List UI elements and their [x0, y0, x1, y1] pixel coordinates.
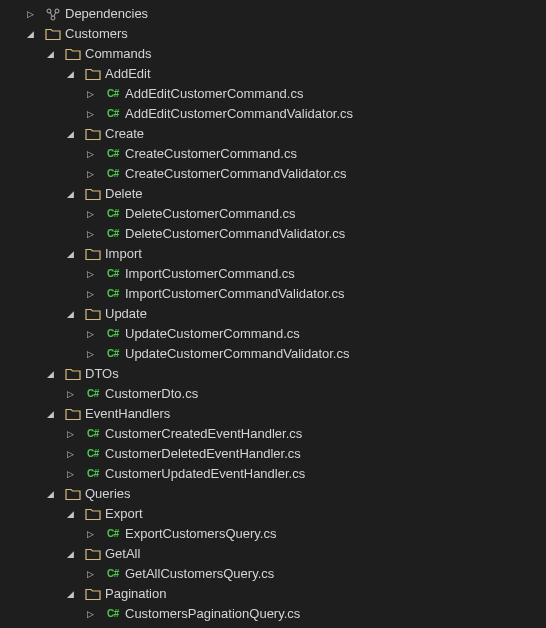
tree-item-label: DeleteCustomerCommandValidator.cs — [125, 224, 345, 244]
chevron-right-icon[interactable]: ▷ — [84, 144, 96, 164]
solution-explorer-tree: ▷Dependencies◢Customers◢Commands◢AddEdit… — [0, 4, 546, 624]
tree-item[interactable]: ◢DTOs — [0, 364, 546, 384]
folder-icon — [44, 27, 62, 41]
chevron-down-icon[interactable]: ◢ — [64, 544, 76, 564]
chevron-right-icon[interactable]: ▷ — [84, 164, 96, 184]
tree-item[interactable]: ▷C#CustomerUpdatedEventHandler.cs — [0, 464, 546, 484]
tree-item-label: Create — [105, 124, 144, 144]
tree-item[interactable]: ▷C#CustomerDto.cs — [0, 384, 546, 404]
chevron-down-icon[interactable]: ◢ — [64, 124, 76, 144]
chevron-right-icon[interactable]: ▷ — [84, 344, 96, 364]
tree-item[interactable]: ▷C#CreateCustomerCommandValidator.cs — [0, 164, 546, 184]
tree-item[interactable]: ▷C#UpdateCustomerCommand.cs — [0, 324, 546, 344]
tree-item[interactable]: ▷C#GetAllCustomersQuery.cs — [0, 564, 546, 584]
tree-item-label: Dependencies — [65, 4, 148, 24]
tree-item[interactable]: ◢Commands — [0, 44, 546, 64]
chevron-right-icon[interactable]: ▷ — [24, 4, 36, 24]
chevron-down-icon[interactable]: ◢ — [24, 24, 36, 44]
tree-item[interactable]: ▷C#AddEditCustomerCommand.cs — [0, 84, 546, 104]
folder-icon — [84, 507, 102, 521]
csharp-file-icon: C# — [84, 444, 102, 464]
chevron-right-icon[interactable]: ▷ — [84, 224, 96, 244]
tree-item-label: CreateCustomerCommand.cs — [125, 144, 297, 164]
tree-item-label: Customers — [65, 24, 128, 44]
chevron-right-icon[interactable]: ▷ — [84, 84, 96, 104]
tree-item-label: Pagination — [105, 584, 166, 604]
tree-item[interactable]: ◢Delete — [0, 184, 546, 204]
chevron-right-icon[interactable]: ▷ — [64, 424, 76, 444]
tree-item-label: Delete — [105, 184, 143, 204]
tree-item-label: CustomerCreatedEventHandler.cs — [105, 424, 302, 444]
tree-item[interactable]: ◢Customers — [0, 24, 546, 44]
chevron-right-icon[interactable]: ▷ — [64, 384, 76, 404]
chevron-right-icon[interactable]: ▷ — [84, 324, 96, 344]
folder-icon — [84, 187, 102, 201]
chevron-right-icon[interactable]: ▷ — [84, 284, 96, 304]
svg-line-4 — [54, 12, 56, 16]
tree-item[interactable]: ◢Pagination — [0, 584, 546, 604]
chevron-down-icon[interactable]: ◢ — [44, 364, 56, 384]
tree-item[interactable]: ▷C#CreateCustomerCommand.cs — [0, 144, 546, 164]
tree-item[interactable]: ▷C#UpdateCustomerCommandValidator.cs — [0, 344, 546, 364]
chevron-down-icon[interactable]: ◢ — [64, 584, 76, 604]
tree-item[interactable]: ▷C#CustomerCreatedEventHandler.cs — [0, 424, 546, 444]
csharp-file-icon: C# — [104, 564, 122, 584]
tree-item-label: Update — [105, 304, 147, 324]
tree-item[interactable]: ▷C#AddEditCustomerCommandValidator.cs — [0, 104, 546, 124]
csharp-file-icon: C# — [104, 84, 122, 104]
chevron-down-icon[interactable]: ◢ — [44, 44, 56, 64]
csharp-file-icon: C# — [104, 164, 122, 184]
tree-item[interactable]: ▷Dependencies — [0, 4, 546, 24]
tree-item[interactable]: ▷C#ImportCustomerCommand.cs — [0, 264, 546, 284]
folder-icon — [64, 407, 82, 421]
chevron-down-icon[interactable]: ◢ — [64, 504, 76, 524]
tree-item[interactable]: ◢Import — [0, 244, 546, 264]
csharp-file-icon: C# — [104, 224, 122, 244]
csharp-file-icon: C# — [104, 604, 122, 624]
chevron-down-icon[interactable]: ◢ — [44, 484, 56, 504]
tree-item-label: DTOs — [85, 364, 119, 384]
tree-item-label: CustomerDeletedEventHandler.cs — [105, 444, 301, 464]
tree-item[interactable]: ◢Create — [0, 124, 546, 144]
csharp-file-icon: C# — [104, 264, 122, 284]
csharp-file-icon: C# — [104, 324, 122, 344]
tree-item-label: AddEditCustomerCommand.cs — [125, 84, 303, 104]
tree-item[interactable]: ▷C#DeleteCustomerCommandValidator.cs — [0, 224, 546, 244]
tree-item-label: AddEditCustomerCommandValidator.cs — [125, 104, 353, 124]
tree-item[interactable]: ◢AddEdit — [0, 64, 546, 84]
tree-item[interactable]: ▷C#DeleteCustomerCommand.cs — [0, 204, 546, 224]
chevron-right-icon[interactable]: ▷ — [64, 444, 76, 464]
tree-item[interactable]: ◢Update — [0, 304, 546, 324]
chevron-right-icon[interactable]: ▷ — [84, 204, 96, 224]
csharp-file-icon: C# — [84, 384, 102, 404]
tree-item[interactable]: ▷C#CustomerDeletedEventHandler.cs — [0, 444, 546, 464]
tree-item[interactable]: ◢Export — [0, 504, 546, 524]
chevron-right-icon[interactable]: ▷ — [84, 564, 96, 584]
chevron-down-icon[interactable]: ◢ — [64, 64, 76, 84]
chevron-down-icon[interactable]: ◢ — [64, 304, 76, 324]
chevron-right-icon[interactable]: ▷ — [64, 464, 76, 484]
tree-item[interactable]: ▷C#CustomersPaginationQuery.cs — [0, 604, 546, 624]
tree-item-label: Queries — [85, 484, 131, 504]
tree-item-label: Export — [105, 504, 143, 524]
tree-item[interactable]: ◢GetAll — [0, 544, 546, 564]
chevron-down-icon[interactable]: ◢ — [44, 404, 56, 424]
chevron-down-icon[interactable]: ◢ — [64, 244, 76, 264]
tree-item-label: UpdateCustomerCommand.cs — [125, 324, 300, 344]
csharp-file-icon: C# — [104, 104, 122, 124]
tree-item[interactable]: ▷C#ImportCustomerCommandValidator.cs — [0, 284, 546, 304]
folder-icon — [64, 487, 82, 501]
tree-item-label: EventHandlers — [85, 404, 170, 424]
chevron-right-icon[interactable]: ▷ — [84, 604, 96, 624]
chevron-down-icon[interactable]: ◢ — [64, 184, 76, 204]
tree-item-label: GetAllCustomersQuery.cs — [125, 564, 274, 584]
chevron-right-icon[interactable]: ▷ — [84, 524, 96, 544]
chevron-right-icon[interactable]: ▷ — [84, 264, 96, 284]
tree-item[interactable]: ◢Queries — [0, 484, 546, 504]
folder-icon — [84, 547, 102, 561]
csharp-file-icon: C# — [104, 284, 122, 304]
tree-item[interactable]: ▷C#ExportCustomersQuery.cs — [0, 524, 546, 544]
chevron-right-icon[interactable]: ▷ — [84, 104, 96, 124]
tree-item-label: CustomerDto.cs — [105, 384, 198, 404]
tree-item[interactable]: ◢EventHandlers — [0, 404, 546, 424]
